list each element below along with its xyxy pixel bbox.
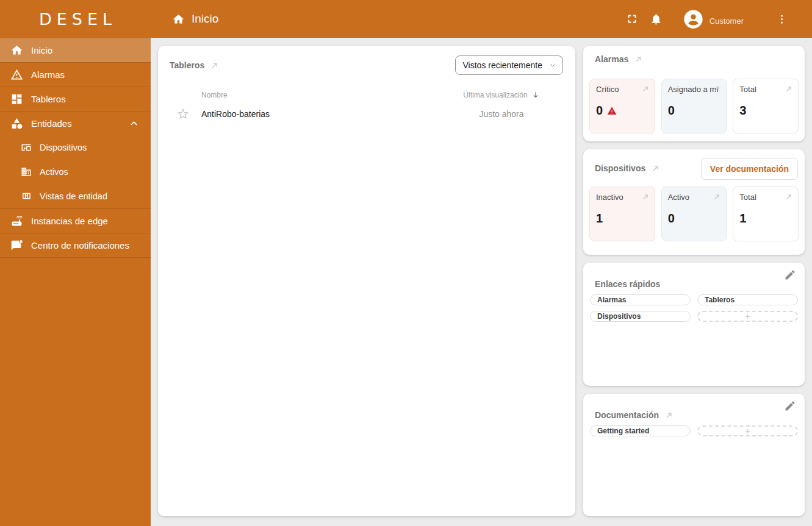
plus-icon: + [745,426,750,436]
sidebar-item-label: Dispositivos [40,143,87,152]
quick-links-title-label: Enlaces rápidos [595,279,660,289]
open-link-arrow-icon [713,193,721,201]
alarm-stat-total[interactable]: Total 3 [733,79,799,133]
column-header-label: Última visualización [463,91,527,99]
sidebar-divider [0,257,151,258]
sidebar-item-alarmas[interactable]: Alarmas [0,62,151,87]
column-header-ultima-visualizacion[interactable]: Última visualización [444,91,559,99]
open-link-arrow-icon [634,55,643,64]
table-row[interactable]: AntiRobo-baterias Justo ahora [164,107,569,121]
edit-documentation-button[interactable] [784,400,796,414]
notifications-button[interactable] [644,7,669,31]
open-link-arrow-icon [641,85,650,93]
sidebar-item-centro-de-notificaciones[interactable]: Centro de notificaciones [0,233,151,257]
open-link-arrow-icon [785,193,793,201]
column-header-nombre[interactable]: Nombre [201,91,228,99]
warning-icon [10,68,23,81]
chevron-down-icon [549,62,556,69]
router-icon [10,215,23,227]
header-actions: Customer [620,7,794,31]
open-link-arrow-icon [785,85,793,93]
open-link-arrow-icon [713,85,721,93]
sidebar-item-vistas-de-entidad[interactable]: Vistas de entidad [0,184,151,208]
home-icon [10,44,23,57]
sidebar-item-entidades[interactable]: Entidades [0,111,151,135]
avatar[interactable] [683,9,703,29]
top-header: DESEL Inicio Customer [0,0,812,38]
ver-documentacion-button[interactable]: Ver documentación [701,158,798,180]
alarm-stat-asignado-a-mi[interactable]: Asignado a mí 0 [661,79,727,133]
pencil-icon [784,400,796,412]
fullscreen-button[interactable] [620,7,644,31]
add-documentation-link-button[interactable]: + [697,425,798,436]
alarm-stat-critico[interactable]: Crítico 0 [589,79,655,133]
quick-link-dispositivos[interactable]: Dispositivos [590,311,691,322]
favorite-star-button[interactable] [174,107,192,121]
documentation-card: Documentación Getting started + [583,394,805,516]
device-stat-total[interactable]: Total 1 [733,187,799,241]
notification-center-icon [10,239,23,252]
stat-value: 0 [596,104,603,118]
more-menu-button[interactable] [769,7,794,31]
open-link-arrow-icon [651,164,660,173]
sidebar-item-label: Centro de notificaciones [31,240,129,251]
documentation-link-getting-started[interactable]: Getting started [590,425,691,436]
main-content: Tableros Vistos recientemente Nombre Últ… [151,38,812,526]
board-name[interactable]: AntiRobo-baterias [201,109,270,119]
boards-sort-dropdown[interactable]: Vistos recientemente [455,55,563,75]
devices-icon [21,142,32,153]
sidebar-item-label: Activos [40,167,68,177]
stat-value: 1 [596,211,603,226]
quick-link-tableros[interactable]: Tableros [697,294,798,305]
bell-icon [650,13,663,26]
sidebar-item-activos[interactable]: Activos [0,160,151,184]
pencil-icon [784,269,796,281]
device-stat-activo[interactable]: Activo 0 [661,187,727,241]
devices-card-title[interactable]: Dispositivos [595,163,660,173]
sidebar-item-inicio[interactable]: Inicio [0,38,151,62]
boards-card-title[interactable]: Tableros [170,60,219,70]
right-column: Alarmas Crítico 0 [583,46,805,516]
page-title: Inicio [172,12,218,26]
add-quick-link-button[interactable]: + [697,311,798,322]
brand-logo[interactable]: DESEL [34,10,117,29]
boards-title-label: Tableros [170,60,204,70]
sidebar-item-instancias-de-edge[interactable]: Instancias de edge [0,208,151,233]
sidebar: Inicio Alarmas Tableros Entidades Dispos… [0,38,151,526]
edit-quick-links-button[interactable] [784,269,796,283]
quick-link-alarmas[interactable]: Alarmas [590,294,691,305]
devices-title-label: Dispositivos [595,163,645,173]
sidebar-item-label: Vistas de entidad [40,191,107,201]
stat-value: 0 [668,104,675,118]
devices-card: Dispositivos Ver documentación Inactivo … [583,149,805,255]
quick-links-title: Enlaces rápidos [589,279,799,289]
logo-area: DESEL [0,10,151,29]
stat-value: 0 [668,211,675,226]
board-last-viewed: Justo ahora [444,109,559,119]
documentation-title[interactable]: Documentación [589,410,799,420]
boards-table-header: Nombre Última visualización [164,91,569,99]
alarms-card-title[interactable]: Alarmas [589,54,799,64]
stat-value: 3 [739,104,746,118]
open-link-arrow-icon [664,411,674,420]
category-shapes-icon [10,117,23,130]
sidebar-item-label: Alarmas [31,69,65,80]
home-icon [172,13,185,26]
quick-links-card: Enlaces rápidos Alarmas Tableros Disposi… [583,263,805,386]
open-link-arrow-icon [641,193,650,201]
boards-sort-value: Vistos recientemente [463,60,542,70]
sidebar-item-dispositivos[interactable]: Dispositivos [0,135,151,160]
stat-value: 1 [739,211,746,226]
alarms-card: Alarmas Crítico 0 [583,46,805,141]
dashboard-icon [10,93,23,105]
chevron-up-icon [128,117,140,130]
sidebar-item-label: Entidades [31,118,72,129]
plus-icon: + [745,311,750,321]
more-vert-icon [776,13,788,25]
sidebar-item-label: Inicio [31,45,52,55]
device-stat-inactivo[interactable]: Inactivo 1 [589,187,655,241]
sidebar-item-label: Instancias de edge [31,216,108,226]
building-icon [21,166,32,177]
sidebar-item-tableros[interactable]: Tableros [0,87,151,111]
open-link-arrow-icon [210,61,219,70]
